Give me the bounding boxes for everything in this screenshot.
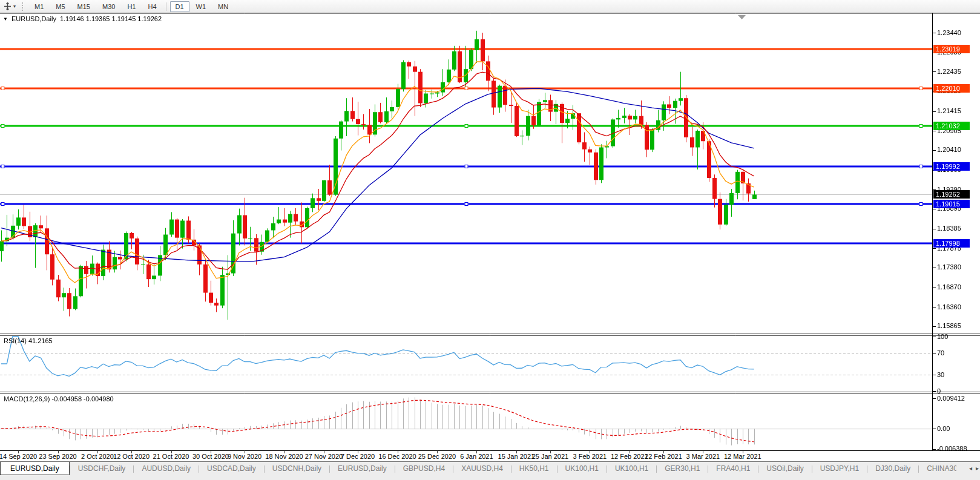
date-label: 25 Jan 2021 [532, 453, 569, 460]
date-label: 16 Dec 2020 [378, 453, 416, 460]
date-axis: 14 Sep 202023 Sep 20202 Oct 202012 Oct 2… [0, 451, 932, 461]
macd-axis-tick: -0.006388 [937, 445, 967, 453]
price-axis-tick: 1.21415 [937, 107, 961, 115]
chart-tab-uk100-h1[interactable]: UK100,H1 [607, 462, 656, 475]
tab-scroll-buttons: ◂ ▸ [969, 465, 979, 472]
chart-tab-audusd-daily[interactable]: AUDUSD,Daily [134, 462, 199, 475]
date-label: 21 Oct 2020 [153, 453, 189, 460]
chart-tab-uk100-h1[interactable]: UK100,H1 [557, 462, 607, 475]
macd-indicator-label: MACD(12,26,9) -0.004958 -0.004980 [4, 395, 114, 403]
price-line-tag-1.22010: 1.22010 [933, 84, 970, 93]
pan-tool-icon [4, 2, 12, 10]
chart-tab-gbpusd-h4[interactable]: GBPUSD,H4 [395, 462, 453, 475]
date-label: 30 Oct 2020 [192, 453, 229, 460]
date-label: 3 Mar 2021 [686, 453, 720, 460]
rsi-axis-tick: 70 [937, 349, 944, 357]
chart-tab-usdcnh-daily[interactable]: USDCNH,Daily [265, 462, 329, 475]
chart-tab-hk50-h1[interactable]: HK50,H1 [511, 462, 557, 475]
chart-tab-china300-h1[interactable]: CHINA300,H1 [919, 462, 956, 475]
rsi-axis-tick: 100 [937, 333, 948, 341]
date-label: 12 Oct 2020 [113, 453, 150, 460]
price-axis: 1.234401.229301.224351.219251.214151.209… [933, 13, 980, 451]
chart-ohlc-values: 1.19146 1.19365 1.19145 1.19262 [60, 15, 162, 22]
rsi-axis-tick: 30 [937, 371, 944, 379]
collapse-ohlc-icon[interactable]: ▼ [3, 16, 8, 22]
date-label: 27 Nov 2020 [305, 453, 343, 460]
chart-tab-usoil-daily[interactable]: USOil,Daily [758, 462, 811, 475]
timeframe-button-m1[interactable]: M1 [29, 1, 49, 12]
chart-tab-eurusd-daily[interactable]: EURUSD,Daily [330, 462, 395, 475]
toolbar-divider [166, 2, 166, 11]
chart-tab-usdjpy-h1[interactable]: USDJPY,H1 [812, 462, 867, 475]
price-axis-tick: 1.22435 [937, 68, 961, 76]
date-label: 25 Dec 2020 [418, 453, 456, 460]
chart-tab-eurusd-daily[interactable]: EURUSD,Daily [0, 462, 70, 475]
chart-title: ▼ EURUSD,Daily 1.19146 1.19365 1.19145 1… [3, 15, 162, 22]
timeframe-button-mn[interactable]: MN [212, 1, 234, 12]
price-chart-canvas[interactable] [0, 13, 980, 451]
price-axis-tick: 1.16870 [937, 283, 961, 291]
date-label: 22 Feb 2021 [645, 453, 682, 460]
timeframe-button-w1[interactable]: W1 [191, 1, 212, 12]
mt4-terminal: { "toolbar": { "timeframes": ["M1","M5",… [0, 0, 980, 480]
date-label: 6 Jan 2021 [460, 453, 493, 460]
tab-scroll-left-icon[interactable]: ◂ [969, 465, 972, 472]
timeframe-button-m30[interactable]: M30 [97, 1, 120, 12]
current-price-tag: 1.19262 [933, 190, 970, 199]
timeframe-button-h1[interactable]: H1 [122, 1, 141, 12]
price-axis-tick: 1.15865 [937, 322, 961, 330]
date-label: 14 Sep 2020 [0, 453, 37, 460]
chart-tab-usdchf-daily[interactable]: USDCHF,Daily [70, 462, 134, 475]
date-label: 12 Feb 2021 [611, 453, 648, 460]
chart-tab-ger30-h1[interactable]: GER30,H1 [657, 462, 708, 475]
date-label: 2 Oct 2020 [81, 453, 114, 460]
timeframe-button-h4[interactable]: H4 [142, 1, 162, 12]
date-label: 3 Feb 2021 [573, 453, 607, 460]
date-label: 15 Jan 2021 [498, 453, 535, 460]
date-label: 23 Sep 2020 [39, 453, 76, 460]
tab-scroll-right-icon[interactable]: ▸ [976, 465, 979, 472]
chart-symbol-period: EURUSD,Daily [12, 15, 56, 22]
macd-axis-tick: 0.00 [937, 425, 950, 433]
timeframe-button-m5[interactable]: M5 [50, 1, 70, 12]
price-line-tag-1.23019: 1.23019 [933, 45, 970, 53]
chart-tab-strip: EURUSD,DailyUSDCHF,DailyAUDUSD,DailyUSDC… [0, 461, 980, 480]
date-label: 7 Dec 2020 [341, 453, 375, 460]
chart-tab-xauusd-h4[interactable]: XAUUSD,H4 [453, 462, 511, 475]
price-axis-tick: 1.16360 [937, 303, 961, 311]
pan-tool-button[interactable]: ▾ [1, 2, 19, 11]
macd-axis-tick: 0.009412 [937, 395, 965, 403]
price-axis-tick: 1.17380 [937, 263, 961, 271]
chart-tab-usdcad-daily[interactable]: USDCAD,Daily [199, 462, 264, 475]
toolbar-grip[interactable] [22, 2, 25, 11]
rsi-indicator-label: RSI(14) 41.2165 [4, 337, 53, 344]
chart-tab-fra40-h1[interactable]: FRA40,H1 [708, 462, 758, 475]
timeframe-button-m15[interactable]: M15 [72, 1, 96, 12]
price-axis-tick: 1.20410 [937, 146, 961, 154]
pan-tool-dropdown-icon[interactable]: ▾ [13, 4, 16, 9]
timeframe-button-group: M1M5M15M30H1H4D1W1MN [28, 1, 234, 12]
date-label: 9 Nov 2020 [228, 453, 261, 460]
price-axis-tick: 1.23440 [937, 29, 961, 37]
price-axis-tick: 1.18385 [937, 225, 961, 232]
chart-tabs: EURUSD,DailyUSDCHF,DailyAUDUSD,DailyUSDC… [0, 462, 956, 475]
price-line-tag-1.17998: 1.17998 [933, 239, 970, 248]
date-label: 18 Nov 2020 [265, 453, 303, 460]
date-label: 12 Mar 2021 [724, 453, 761, 460]
timeframe-button-d1[interactable]: D1 [170, 1, 189, 12]
price-line-tag-1.21032: 1.21032 [933, 122, 970, 130]
chart-tab-dj30-daily[interactable]: DJ30,Daily [867, 462, 918, 475]
top-toolbar: ▾ M1M5M15M30H1H4D1W1MN [0, 0, 980, 13]
price-line-tag-1.19015: 1.19015 [933, 200, 970, 208]
price-line-tag-1.19992: 1.19992 [933, 162, 970, 171]
